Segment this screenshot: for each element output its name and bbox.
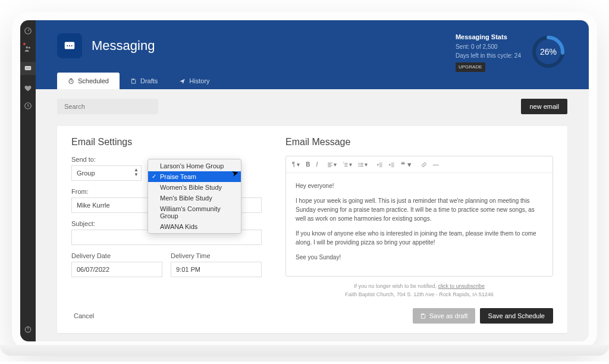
save-icon — [420, 313, 426, 319]
svg-point-6 — [29, 68, 30, 68]
unordered-list-button[interactable]: ▾ — [358, 161, 368, 168]
align-button[interactable]: ▾ — [327, 161, 337, 168]
paragraph-button[interactable]: ¶ ▾ — [292, 161, 300, 168]
cancel-button[interactable]: Cancel — [71, 308, 96, 324]
editor: ¶ ▾ B I ▾ 1 ▾ — [285, 156, 553, 277]
tab-label: Scheduled — [78, 77, 109, 84]
clock-icon — [68, 78, 74, 84]
delivery-time-input[interactable] — [171, 262, 262, 277]
tab-label: History — [189, 77, 209, 84]
people-icon[interactable] — [23, 44, 33, 54]
save-draft-button[interactable]: Save as draft — [413, 308, 475, 324]
dropdown-item[interactable]: Women's Bible Study — [148, 182, 241, 193]
sidebar — [20, 20, 36, 341]
messaging-icon[interactable] — [20, 62, 36, 75]
new-email-button[interactable]: new email — [521, 99, 567, 114]
dashboard-icon[interactable] — [23, 26, 33, 36]
content-toolbar: new email — [57, 99, 567, 114]
delivery-date-input[interactable] — [71, 262, 162, 277]
email-message-panel: Email Message ¶ ▾ B I — [285, 137, 553, 299]
svg-point-2 — [29, 47, 30, 49]
tab-scheduled[interactable]: Scheduled — [57, 73, 120, 89]
svg-text:1: 1 — [343, 162, 344, 164]
quote-button[interactable]: ❝ ▾ — [401, 160, 412, 169]
gauge-pct: 26% — [532, 35, 565, 68]
save-icon — [130, 78, 137, 84]
content: new email Email Settings Send to: ▲▼ — [36, 89, 589, 341]
body-p1: Hey everyone! — [296, 181, 543, 190]
tab-history[interactable]: History — [168, 73, 220, 89]
app-icon — [57, 33, 82, 58]
message-title: Email Message — [285, 137, 553, 148]
email-footer-note: If you no longer wish to be notified, cl… — [285, 283, 553, 299]
svg-rect-17 — [133, 79, 134, 80]
svg-point-11 — [67, 45, 68, 46]
body-p2: I hope your week is going well. This is … — [296, 196, 543, 223]
body-p4: See you Sunday! — [296, 253, 543, 262]
ordered-list-button[interactable]: 1 ▾ — [343, 161, 352, 168]
group-dropdown: Larson's Home Group Praise Team Women's … — [147, 159, 241, 234]
giving-icon[interactable] — [23, 83, 33, 93]
church-address: Faith Baptist Church, 704 S. 12th Ave - … — [345, 291, 493, 297]
messaging-stats: Messaging Stats Sent: 0 of 2,500 Days le… — [456, 32, 565, 72]
svg-point-12 — [69, 45, 70, 46]
send-icon — [179, 78, 186, 84]
indent-button[interactable] — [389, 162, 395, 168]
dropdown-item[interactable]: Men's Bible Study — [148, 193, 241, 203]
search-input[interactable] — [57, 99, 158, 114]
svg-rect-22 — [422, 313, 423, 315]
stats-title: Messaging Stats — [456, 32, 521, 42]
delivery-time-label: Delivery Time — [171, 252, 262, 259]
dropdown-item[interactable]: Praise Team — [148, 171, 241, 182]
email-card: Email Settings Send to: ▲▼ Larson's Home… — [57, 126, 567, 333]
svg-point-4 — [26, 68, 27, 68]
history-icon[interactable] — [23, 101, 33, 111]
hr-button[interactable]: — — [433, 161, 439, 168]
unsubscribe-pre: If you no longer wish to be notified, — [354, 283, 438, 289]
stats-sent: Sent: 0 of 2,500 — [456, 42, 521, 51]
delivery-date-label: Delivery Date — [71, 252, 162, 259]
tab-drafts[interactable]: Drafts — [120, 73, 168, 89]
svg-point-5 — [27, 68, 28, 68]
upgrade-button[interactable]: UPGRADE — [456, 62, 485, 72]
stats-days: Days left in this cycle: 24 — [456, 51, 521, 60]
editor-body[interactable]: Hey everyone! I hope your week is going … — [286, 173, 553, 276]
body-p3: If you know of anyone else who is intere… — [296, 229, 543, 247]
settings-title: Email Settings — [71, 137, 262, 148]
tab-label: Drafts — [140, 77, 158, 84]
svg-point-20 — [359, 164, 360, 165]
save-schedule-button[interactable]: Save and Schedule — [480, 308, 553, 324]
card-footer: Cancel Save as draft Save and Schedule — [71, 308, 553, 324]
tabs: Scheduled Drafts History — [57, 73, 567, 89]
svg-point-21 — [359, 165, 360, 167]
save-draft-label: Save as draft — [429, 312, 468, 319]
svg-point-1 — [26, 46, 29, 49]
main: Messaging Messaging Stats Sent: 0 of 2,5… — [36, 20, 589, 341]
send-to-select[interactable] — [71, 165, 142, 181]
bold-button[interactable]: B — [306, 161, 310, 168]
page-title: Messaging — [92, 38, 155, 54]
dropdown-item[interactable]: AWANA Kids — [148, 221, 241, 232]
italic-button[interactable]: I — [316, 161, 318, 168]
unsubscribe-link[interactable]: click to unsubscribe — [438, 283, 485, 289]
link-button[interactable] — [421, 162, 427, 168]
dropdown-item[interactable]: William's Community Group — [148, 203, 241, 221]
editor-toolbar: ¶ ▾ B I ▾ 1 ▾ — [286, 156, 553, 173]
outdent-button[interactable] — [377, 162, 383, 168]
usage-gauge: 26% — [532, 35, 565, 68]
dropdown-item[interactable]: Larson's Home Group — [148, 161, 241, 171]
email-settings-panel: Email Settings Send to: ▲▼ Larson's Home… — [71, 137, 262, 299]
svg-point-13 — [71, 45, 73, 46]
laptop-frame: Messaging Messaging Stats Sent: 0 of 2,5… — [12, 12, 597, 350]
select-arrows-icon: ▲▼ — [134, 168, 139, 177]
power-icon[interactable] — [23, 325, 33, 334]
header: Messaging Messaging Stats Sent: 0 of 2,5… — [36, 20, 589, 89]
screen: Messaging Messaging Stats Sent: 0 of 2,5… — [20, 20, 589, 341]
svg-point-19 — [359, 162, 360, 164]
